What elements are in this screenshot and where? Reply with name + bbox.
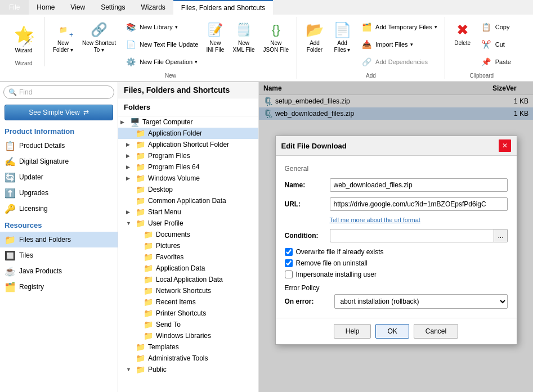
cancel-button[interactable]: Cancel: [414, 324, 458, 339]
tab-home[interactable]: Home: [29, 0, 62, 15]
overwrite-checkbox[interactable]: [285, 248, 293, 256]
wizard-label: Wizard: [15, 47, 32, 53]
expand-icon: ▶: [126, 175, 134, 181]
nav-licensing-label: Licensing: [19, 205, 48, 213]
new-folder-button[interactable]: 📁 + NewFolder ▾: [49, 19, 77, 56]
wizard-button[interactable]: ⭐ 🪄 Wizard: [8, 17, 39, 58]
folder-icon: 📁: [144, 264, 153, 273]
tree-item-user-profile[interactable]: ▼ 📁 User Profile: [118, 218, 258, 229]
nav-upgrades[interactable]: ⬆️ Upgrades: [0, 185, 118, 201]
tree-label: Templates: [148, 343, 179, 351]
tree-item-send-to[interactable]: 📁 Send To: [118, 319, 258, 330]
folder-icon: 📁: [144, 230, 153, 239]
tree-item-favorites[interactable]: 📁 Favorites: [118, 251, 258, 263]
tree-item-common-app-data[interactable]: 📁 Common Application Data: [118, 195, 258, 206]
tree-item-local-app-data[interactable]: 📁 Local Application Data: [118, 274, 258, 285]
add-files-button[interactable]: 📄 AddFiles ▾: [329, 19, 355, 56]
new-group-label: New: [165, 70, 176, 79]
dialog-footer: Help OK Cancel: [276, 318, 517, 344]
expand-icon: ▼: [126, 220, 134, 226]
tab-view[interactable]: View: [62, 0, 93, 15]
url-hint-link[interactable]: Tell me more about the url format: [330, 217, 508, 223]
tree-item-documents[interactable]: 📁 Documents: [118, 229, 258, 240]
delete-button[interactable]: ✖ Delete: [450, 19, 476, 49]
nav-files-folders[interactable]: 📁 Files and Folders: [0, 232, 118, 247]
search-input[interactable]: 🔍 Find: [3, 85, 114, 99]
tree-item-shortcut-folder[interactable]: ▶ 📁 Application Shortcut Folder: [118, 139, 258, 150]
new-folder-icon: 📁 +: [54, 21, 72, 39]
tree-item-start-menu[interactable]: ▶ 📁 Start Menu: [118, 206, 258, 218]
tree-item-desktop[interactable]: 📁 Desktop: [118, 184, 258, 195]
add-temp-button[interactable]: 🗂️ Add Temporary Files ▾: [357, 19, 440, 35]
new-text-button[interactable]: 📄 New Text File Update: [121, 36, 201, 53]
copy-button[interactable]: 📋 Copy: [477, 19, 514, 35]
nav-files-icon: 📁: [5, 234, 16, 245]
tree-label: Program Files: [148, 152, 190, 160]
ribbon: File Home View Settings Wizards Files, F…: [0, 0, 533, 82]
tab-files-folders[interactable]: Files, Folders and Shortcuts: [173, 0, 273, 15]
new-ini-button[interactable]: 📝 NewINI File: [203, 19, 227, 56]
new-json-button[interactable]: {} NewJSON File: [259, 19, 292, 56]
dialog-close-button[interactable]: ✕: [499, 139, 511, 152]
overwrite-label: Overwrite file if already exists: [296, 248, 384, 256]
add-folder-button[interactable]: 📂 AddFolder: [302, 19, 328, 56]
remove-checkbox[interactable]: [285, 259, 293, 267]
new-xml-button[interactable]: 🗒️ NewXML File: [229, 19, 258, 56]
nav-tiles[interactable]: 🔲 Tiles: [0, 247, 118, 263]
dialog-titlebar: Edit File Download ✕: [276, 136, 517, 156]
nav-licensing[interactable]: 🔑 Licensing: [0, 201, 118, 217]
tree-item-application-folder[interactable]: 📁 Application Folder: [118, 128, 258, 139]
new-library-button[interactable]: 📚 New Library ▾: [121, 19, 201, 35]
name-input[interactable]: [330, 178, 508, 192]
impersonate-checkbox[interactable]: [285, 271, 293, 278]
tree-item-target-computer[interactable]: ▶ 🖥️ Target Computer: [118, 116, 258, 128]
condition-input[interactable]: [330, 229, 495, 242]
ribbon-group-clipboard: ✖ Delete 📋 Copy ✂️ Cut 📌 Paste: [445, 17, 518, 79]
on-error-row: On error: abort installation (rollback)i…: [285, 294, 508, 309]
new-file-op-button[interactable]: ⚙️ New File Operation ▾: [121, 53, 201, 70]
nav-java[interactable]: ☕ Java Products: [0, 263, 118, 279]
tree-label: Target Computer: [142, 118, 192, 126]
folder-icon: 📁: [144, 320, 153, 329]
import-files-button[interactable]: 📥 Import Files ▾: [357, 36, 440, 53]
cut-button[interactable]: ✂️ Cut: [477, 36, 514, 53]
simple-view-button[interactable]: See Simple View ⇄: [5, 105, 113, 120]
tree-item-templates[interactable]: 📁 Templates: [118, 341, 258, 353]
tree-item-recent-items[interactable]: 📁 Recent Items: [118, 296, 258, 308]
tree-item-app-data[interactable]: 📁 Application Data: [118, 263, 258, 274]
on-error-select[interactable]: abort installation (rollback)ignorepromp…: [334, 294, 508, 309]
nav-updater[interactable]: 🔄 Updater: [0, 169, 118, 185]
help-button[interactable]: Help: [334, 324, 371, 339]
nav-registry-label: Registry: [19, 283, 44, 291]
tab-settings[interactable]: Settings: [93, 0, 133, 15]
tree-item-pictures[interactable]: 📁 Pictures: [118, 240, 258, 251]
nav-registry[interactable]: 🗂️ Registry: [0, 279, 118, 295]
tree-item-program-files-64[interactable]: ▶ 📁 Program Files 64: [118, 161, 258, 173]
add-group-label: Add: [366, 70, 376, 79]
tree-item-windows-libraries[interactable]: 📁 Windows Libraries: [118, 330, 258, 341]
condition-browse-button[interactable]: ...: [494, 229, 507, 242]
paste-button[interactable]: 📌 Paste: [477, 53, 514, 70]
tree-label: User Profile: [148, 219, 183, 227]
tree-item-program-files[interactable]: ▶ 📁 Program Files: [118, 150, 258, 161]
tree-item-public[interactable]: ▼ 📁 Public: [118, 364, 258, 375]
nav-updater-icon: 🔄: [5, 172, 16, 183]
tree-label: Start Menu: [148, 208, 181, 216]
tree-item-admin-tools[interactable]: 📁 Administrative Tools: [118, 353, 258, 364]
nav-product-details[interactable]: 📋 Product Details: [0, 138, 118, 154]
url-input[interactable]: [330, 197, 508, 211]
tab-file[interactable]: File: [0, 0, 29, 15]
tree-item-printer-shortcuts[interactable]: 📁 Printer Shortcuts: [118, 308, 258, 319]
add-deps-button[interactable]: 🔗 Add Dependencies: [357, 53, 440, 70]
tab-wizards[interactable]: Wizards: [133, 0, 173, 15]
new-shortcut-button[interactable]: 🔗 New ShortcutTo ▾: [79, 19, 119, 56]
overwrite-checkbox-row: Overwrite file if already exists: [285, 248, 508, 256]
remove-label: Remove file on uninstall: [296, 259, 368, 267]
folder-icon: 📁: [144, 286, 153, 295]
folder-icon: 📁: [136, 208, 145, 217]
nav-digital-signature[interactable]: ✍️ Digital Signature: [0, 154, 118, 169]
dialog-overlay: Edit File Download ✕ General Name:: [259, 82, 533, 392]
tree-item-network-shortcuts[interactable]: 📁 Network Shortcuts: [118, 285, 258, 296]
ok-button[interactable]: OK: [375, 324, 409, 339]
tree-item-windows-volume[interactable]: ▶ 📁 Windows Volume: [118, 173, 258, 184]
